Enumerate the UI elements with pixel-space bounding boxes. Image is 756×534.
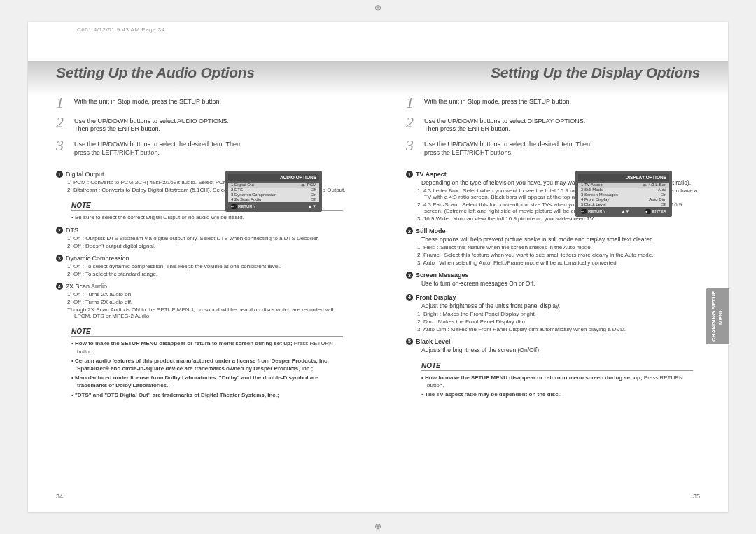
step-number: 1 bbox=[56, 95, 70, 111]
osd-row: 2 DTS Off bbox=[228, 188, 319, 192]
instruction-step: 3 Use the UP/DOWN buttons to select the … bbox=[56, 138, 350, 157]
page-left: Setting Up the Audio Options AUDIO OPTIO… bbox=[28, 22, 378, 512]
registration-mark-bottom: ⊕ bbox=[374, 521, 382, 531]
option-number-icon: 3 bbox=[406, 272, 413, 279]
option-number-icon: 2 bbox=[56, 227, 63, 234]
option-title: Digital Output bbox=[66, 171, 104, 178]
page-title-right: Setting Up the Display Options bbox=[406, 64, 700, 81]
option-title: Screen Messages bbox=[416, 272, 469, 279]
option-number-icon: 1 bbox=[406, 171, 413, 178]
instruction-step: 3 Use the UP/DOWN buttons to select the … bbox=[406, 138, 700, 157]
step-text: Use the UP/DOWN buttons to select the de… bbox=[74, 138, 242, 157]
step-text: Use the UP/DOWN buttons to select AUDIO … bbox=[74, 115, 242, 134]
note-label: NOTE bbox=[71, 328, 343, 337]
option-items: 1. On : Turns 2X audio on.2. Off : Turns… bbox=[67, 291, 350, 319]
osd-row: 3 Screen Messages On bbox=[578, 192, 669, 197]
osd-row: 4 Front Display Auto Dim bbox=[578, 197, 669, 202]
page-number-right: 35 bbox=[693, 493, 700, 500]
option-heading: 2 Still Mode bbox=[406, 227, 700, 234]
step-number: 3 bbox=[406, 138, 420, 153]
option-number-icon: 1 bbox=[56, 171, 63, 178]
option-number-icon: 3 bbox=[56, 255, 63, 262]
option-heading: 5 Black Level bbox=[406, 338, 700, 345]
step-number: 3 bbox=[56, 138, 70, 153]
option-number-icon: 4 bbox=[56, 283, 63, 290]
osd-row: 1 TV Aspect ◀▶ 4:3 L-Box bbox=[578, 183, 669, 188]
step-number: 2 bbox=[56, 115, 70, 130]
option-lead: Adjusts the brightness of the screen.(On… bbox=[421, 346, 700, 355]
section-tab: CHANGING SETUP MENU bbox=[706, 288, 729, 344]
option-heading: 3 Screen Messages bbox=[406, 272, 700, 279]
option-heading: 3 Dynamic Compression bbox=[56, 255, 350, 262]
osd-footer: ↩RETURN ▲▼ bbox=[228, 202, 319, 209]
instruction-step: 2 Use the UP/DOWN buttons to select AUDI… bbox=[56, 115, 350, 134]
option-number-icon: 4 bbox=[406, 294, 413, 301]
note-content: • How to make the SETUP MENU disappear o… bbox=[421, 374, 700, 399]
option-items: 1. On : To select dynamic compression. T… bbox=[67, 263, 350, 277]
option-title: DTS bbox=[66, 227, 78, 234]
option-title: Dynamic Compression bbox=[66, 255, 130, 262]
osd-row: 4 2x Scan Audio Off bbox=[228, 197, 319, 202]
manual-spread: ⊕ ⊕ C601 4/12/01 9:43 AM Page 34 Setting… bbox=[0, 0, 756, 534]
step-text: With the unit in Stop mode, press the SE… bbox=[424, 95, 571, 106]
osd-row: 3 Dynamic Compression On bbox=[228, 192, 319, 197]
osd-panel: DISPLAY OPTIONS 1 TV Aspect ◀▶ 4:3 L-Box… bbox=[575, 171, 672, 217]
step-number: 2 bbox=[406, 115, 420, 130]
step-text: Use the UP/DOWN buttons to select the de… bbox=[424, 138, 592, 157]
instruction-step: 1 With the unit in Stop mode, press the … bbox=[56, 95, 350, 111]
page-spread: C601 4/12/01 9:43 AM Page 34 Setting Up … bbox=[28, 22, 728, 512]
osd-row: 5 Black Level Off bbox=[578, 202, 669, 207]
option-items: 1. On : Outputs DTS Bitstream via digita… bbox=[67, 235, 350, 249]
note-content: • Be sure to select the correct Digital … bbox=[71, 213, 350, 221]
option-title: 2X Scan Audio bbox=[66, 283, 107, 290]
osd-title: DISPLAY OPTIONS bbox=[578, 174, 669, 181]
option-title: Black Level bbox=[416, 338, 451, 345]
osd-row: 2 Still Mode Auto bbox=[578, 188, 669, 192]
instruction-step: 1 With the unit in Stop mode, press the … bbox=[406, 95, 700, 111]
option-title: Still Mode bbox=[416, 227, 446, 234]
option-heading: 4 Front Display bbox=[406, 294, 700, 301]
page-number-left: 34 bbox=[56, 493, 63, 500]
option-title: TV Aspect bbox=[416, 171, 447, 178]
registration-mark-top: ⊕ bbox=[374, 3, 382, 13]
option-lead: These options will help prevent picture … bbox=[421, 236, 700, 244]
step-text: With the unit in Stop mode, press the SE… bbox=[74, 95, 221, 106]
option-title: Front Display bbox=[416, 294, 456, 301]
page-right: Setting Up the Display Options DISPLAY O… bbox=[378, 22, 728, 512]
option-heading: 4 2X Scan Audio bbox=[56, 283, 350, 290]
page-title-left: Setting Up the Audio Options bbox=[56, 64, 350, 81]
osd-footer: ↩RETURN ▲▼ ●ENTER bbox=[578, 207, 669, 214]
option-number-icon: 2 bbox=[406, 227, 413, 234]
step-number: 1 bbox=[406, 95, 420, 111]
note-content: • How to make the SETUP MENU disappear o… bbox=[71, 339, 350, 398]
option-lead: Use to turn on-screen messages On or Off… bbox=[421, 280, 700, 288]
osd-panel: AUDIO OPTIONS 1 Digital Out ◀▶ PCM 2 DTS… bbox=[225, 171, 322, 212]
step-text: Use the UP/DOWN buttons to select DISPLA… bbox=[424, 115, 592, 134]
option-lead: Adjust the brightness of the unit's fron… bbox=[421, 302, 700, 311]
instruction-step: 2 Use the UP/DOWN buttons to select DISP… bbox=[406, 115, 700, 134]
note-label: NOTE bbox=[421, 362, 693, 371]
option-number-icon: 5 bbox=[406, 338, 413, 345]
option-heading: 2 DTS bbox=[56, 227, 350, 234]
osd-title: AUDIO OPTIONS bbox=[228, 174, 319, 181]
osd-row: 1 Digital Out ◀▶ PCM bbox=[228, 183, 319, 188]
option-items: 1. Field : Select this feature when the … bbox=[417, 244, 700, 266]
option-items: 1. Bright : Makes the Front Panel Displa… bbox=[417, 311, 700, 332]
